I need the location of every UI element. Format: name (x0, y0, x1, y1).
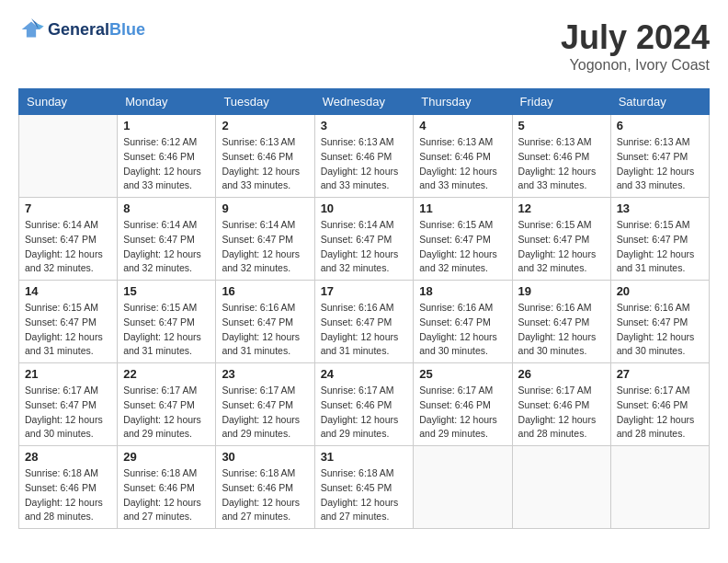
calendar-cell: 31Sunrise: 6:18 AMSunset: 6:45 PMDayligh… (314, 446, 414, 529)
day-info: Sunrise: 6:18 AMSunset: 6:46 PMDaylight:… (25, 466, 111, 524)
day-number: 26 (518, 367, 605, 381)
day-number: 24 (321, 367, 408, 381)
day-number: 23 (222, 367, 308, 381)
day-info: Sunrise: 6:18 AMSunset: 6:46 PMDaylight:… (123, 466, 210, 524)
day-number: 5 (518, 119, 605, 132)
day-number: 21 (25, 367, 111, 381)
day-number: 20 (617, 284, 703, 298)
calendar-week-4: 21Sunrise: 6:17 AMSunset: 6:47 PMDayligh… (19, 363, 710, 446)
day-info: Sunrise: 6:14 AMSunset: 6:47 PMDaylight:… (123, 218, 210, 276)
calendar-cell: 26Sunrise: 6:17 AMSunset: 6:46 PMDayligh… (512, 363, 610, 446)
title-block: July 2024 Yogonon, Ivory Coast (561, 18, 710, 74)
day-info: Sunrise: 6:17 AMSunset: 6:47 PMDaylight:… (123, 384, 210, 442)
sunset-text: Sunset: 6:47 PM (123, 316, 195, 327)
calendar-cell: 7Sunrise: 6:14 AMSunset: 6:47 PMDaylight… (19, 198, 118, 281)
day-info: Sunrise: 6:15 AMSunset: 6:47 PMDaylight:… (25, 301, 111, 359)
sunset-text: Sunset: 6:46 PM (321, 399, 392, 410)
day-number: 7 (25, 201, 111, 215)
daylight-text: Daylight: 12 hours and 30 minutes. (25, 414, 103, 440)
calendar-cell: 3Sunrise: 6:13 AMSunset: 6:46 PMDaylight… (314, 115, 414, 198)
day-number: 1 (123, 119, 210, 132)
logo-icon (18, 18, 44, 40)
day-info: Sunrise: 6:16 AMSunset: 6:47 PMDaylight:… (518, 301, 605, 359)
day-info: Sunrise: 6:15 AMSunset: 6:47 PMDaylight:… (419, 218, 506, 276)
daylight-text: Daylight: 12 hours and 29 minutes. (321, 414, 399, 440)
day-number: 8 (123, 201, 210, 215)
sunset-text: Sunset: 6:46 PM (123, 482, 195, 493)
daylight-text: Daylight: 12 hours and 30 minutes. (617, 331, 695, 357)
daylight-text: Daylight: 12 hours and 28 minutes. (617, 414, 695, 440)
sunset-text: Sunset: 6:47 PM (25, 316, 97, 327)
day-number: 18 (419, 284, 506, 298)
day-info: Sunrise: 6:13 AMSunset: 6:46 PMDaylight:… (321, 135, 408, 193)
location-subtitle: Yogonon, Ivory Coast (561, 57, 710, 74)
daylight-text: Daylight: 12 hours and 33 minutes. (123, 166, 201, 191)
calendar-cell: 5Sunrise: 6:13 AMSunset: 6:46 PMDaylight… (512, 115, 610, 198)
col-monday: Monday (118, 89, 216, 115)
sunrise-text: Sunrise: 6:13 AM (617, 136, 690, 147)
daylight-text: Daylight: 12 hours and 31 minutes. (222, 331, 300, 357)
calendar-cell: 13Sunrise: 6:15 AMSunset: 6:47 PMDayligh… (610, 198, 709, 281)
calendar-cell: 10Sunrise: 6:14 AMSunset: 6:47 PMDayligh… (314, 198, 414, 281)
sunrise-text: Sunrise: 6:14 AM (222, 219, 295, 230)
calendar-cell: 24Sunrise: 6:17 AMSunset: 6:46 PMDayligh… (314, 363, 414, 446)
calendar-week-3: 14Sunrise: 6:15 AMSunset: 6:47 PMDayligh… (19, 281, 710, 363)
day-number: 19 (518, 284, 605, 298)
day-info: Sunrise: 6:17 AMSunset: 6:47 PMDaylight:… (25, 384, 111, 442)
calendar-cell: 9Sunrise: 6:14 AMSunset: 6:47 PMDaylight… (216, 198, 314, 281)
sunrise-text: Sunrise: 6:12 AM (123, 136, 197, 147)
calendar-cell: 29Sunrise: 6:18 AMSunset: 6:46 PMDayligh… (118, 446, 216, 529)
sunrise-text: Sunrise: 6:17 AM (123, 385, 197, 396)
sunrise-text: Sunrise: 6:13 AM (419, 136, 493, 147)
daylight-text: Daylight: 12 hours and 29 minutes. (419, 414, 497, 440)
day-number: 16 (222, 284, 308, 298)
daylight-text: Daylight: 12 hours and 32 minutes. (321, 248, 399, 274)
calendar-cell: 17Sunrise: 6:16 AMSunset: 6:47 PMDayligh… (314, 281, 414, 363)
day-info: Sunrise: 6:14 AMSunset: 6:47 PMDaylight:… (321, 218, 408, 276)
calendar-cell: 4Sunrise: 6:13 AMSunset: 6:46 PMDaylight… (414, 115, 512, 198)
daylight-text: Daylight: 12 hours and 27 minutes. (222, 497, 300, 523)
calendar-table: Sunday Monday Tuesday Wednesday Thursday… (18, 88, 710, 529)
sunset-text: Sunset: 6:46 PM (518, 151, 590, 162)
calendar-cell: 23Sunrise: 6:17 AMSunset: 6:47 PMDayligh… (216, 363, 314, 446)
sunset-text: Sunset: 6:47 PM (518, 316, 590, 327)
sunrise-text: Sunrise: 6:17 AM (617, 385, 690, 396)
calendar-week-5: 28Sunrise: 6:18 AMSunset: 6:46 PMDayligh… (19, 446, 710, 529)
calendar-cell: 11Sunrise: 6:15 AMSunset: 6:47 PMDayligh… (414, 198, 512, 281)
daylight-text: Daylight: 12 hours and 31 minutes. (25, 331, 103, 357)
sunrise-text: Sunrise: 6:17 AM (222, 385, 295, 396)
day-info: Sunrise: 6:13 AMSunset: 6:46 PMDaylight:… (419, 135, 506, 193)
calendar-cell: 1Sunrise: 6:12 AMSunset: 6:46 PMDaylight… (118, 115, 216, 198)
calendar-cell (19, 115, 118, 198)
sunset-text: Sunset: 6:46 PM (419, 399, 491, 410)
daylight-text: Daylight: 12 hours and 27 minutes. (321, 497, 399, 523)
daylight-text: Daylight: 12 hours and 32 minutes. (222, 248, 300, 274)
sunrise-text: Sunrise: 6:13 AM (321, 136, 394, 147)
col-tuesday: Tuesday (216, 89, 314, 115)
sunset-text: Sunset: 6:47 PM (617, 234, 688, 245)
calendar-cell: 18Sunrise: 6:16 AMSunset: 6:47 PMDayligh… (414, 281, 512, 363)
daylight-text: Daylight: 12 hours and 31 minutes. (123, 331, 201, 357)
calendar-cell: 6Sunrise: 6:13 AMSunset: 6:47 PMDaylight… (610, 115, 709, 198)
daylight-text: Daylight: 12 hours and 33 minutes. (518, 166, 597, 191)
day-number: 12 (518, 201, 605, 215)
month-year-title: July 2024 (561, 18, 710, 57)
sunset-text: Sunset: 6:46 PM (321, 151, 392, 162)
sunrise-text: Sunrise: 6:17 AM (419, 385, 493, 396)
daylight-text: Daylight: 12 hours and 32 minutes. (25, 248, 103, 274)
sunrise-text: Sunrise: 6:14 AM (25, 219, 98, 230)
sunrise-text: Sunrise: 6:18 AM (123, 467, 197, 478)
day-number: 9 (222, 201, 308, 215)
day-info: Sunrise: 6:14 AMSunset: 6:47 PMDaylight:… (25, 218, 111, 276)
daylight-text: Daylight: 12 hours and 28 minutes. (25, 497, 103, 523)
daylight-text: Daylight: 12 hours and 29 minutes. (123, 414, 201, 440)
calendar-cell (512, 446, 610, 529)
day-number: 29 (123, 450, 210, 464)
sunset-text: Sunset: 6:46 PM (222, 151, 293, 162)
day-info: Sunrise: 6:17 AMSunset: 6:46 PMDaylight:… (617, 384, 703, 442)
calendar-cell: 25Sunrise: 6:17 AMSunset: 6:46 PMDayligh… (414, 363, 512, 446)
sunrise-text: Sunrise: 6:13 AM (518, 136, 592, 147)
sunrise-text: Sunrise: 6:16 AM (518, 302, 592, 313)
day-number: 3 (321, 119, 408, 132)
calendar-cell: 12Sunrise: 6:15 AMSunset: 6:47 PMDayligh… (512, 198, 610, 281)
